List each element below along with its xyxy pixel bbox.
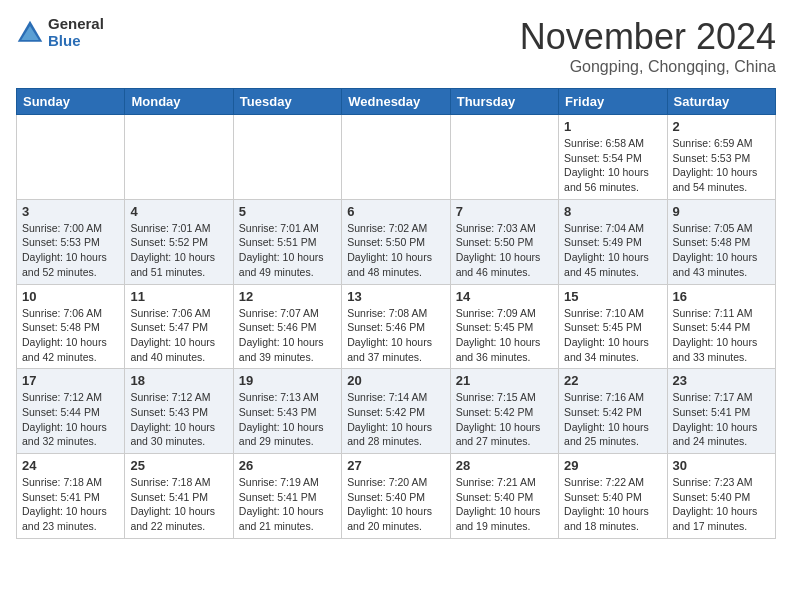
table-row: 1Sunrise: 6:58 AMSunset: 5:54 PMDaylight…: [559, 115, 667, 200]
day-number: 27: [347, 458, 444, 473]
day-info: Sunrise: 7:09 AMSunset: 5:45 PMDaylight:…: [456, 306, 553, 365]
day-number: 6: [347, 204, 444, 219]
day-number: 13: [347, 289, 444, 304]
day-info: Sunrise: 7:02 AMSunset: 5:50 PMDaylight:…: [347, 221, 444, 280]
table-row: 16Sunrise: 7:11 AMSunset: 5:44 PMDayligh…: [667, 284, 775, 369]
table-row: 25Sunrise: 7:18 AMSunset: 5:41 PMDayligh…: [125, 454, 233, 539]
day-info: Sunrise: 7:20 AMSunset: 5:40 PMDaylight:…: [347, 475, 444, 534]
day-info: Sunrise: 7:11 AMSunset: 5:44 PMDaylight:…: [673, 306, 770, 365]
table-row: 27Sunrise: 7:20 AMSunset: 5:40 PMDayligh…: [342, 454, 450, 539]
logo-blue-text: Blue: [48, 33, 104, 50]
table-row: 24Sunrise: 7:18 AMSunset: 5:41 PMDayligh…: [17, 454, 125, 539]
day-info: Sunrise: 7:08 AMSunset: 5:46 PMDaylight:…: [347, 306, 444, 365]
table-row: 26Sunrise: 7:19 AMSunset: 5:41 PMDayligh…: [233, 454, 341, 539]
table-row: 21Sunrise: 7:15 AMSunset: 5:42 PMDayligh…: [450, 369, 558, 454]
month-title: November 2024: [520, 16, 776, 58]
table-row: 5Sunrise: 7:01 AMSunset: 5:51 PMDaylight…: [233, 199, 341, 284]
day-number: 7: [456, 204, 553, 219]
day-number: 3: [22, 204, 119, 219]
day-info: Sunrise: 7:19 AMSunset: 5:41 PMDaylight:…: [239, 475, 336, 534]
day-number: 20: [347, 373, 444, 388]
day-number: 2: [673, 119, 770, 134]
day-number: 5: [239, 204, 336, 219]
table-row: 20Sunrise: 7:14 AMSunset: 5:42 PMDayligh…: [342, 369, 450, 454]
col-tuesday: Tuesday: [233, 89, 341, 115]
day-info: Sunrise: 7:06 AMSunset: 5:48 PMDaylight:…: [22, 306, 119, 365]
table-row: 15Sunrise: 7:10 AMSunset: 5:45 PMDayligh…: [559, 284, 667, 369]
logo-general-text: General: [48, 16, 104, 33]
day-info: Sunrise: 7:12 AMSunset: 5:44 PMDaylight:…: [22, 390, 119, 449]
table-row: [450, 115, 558, 200]
table-row: 11Sunrise: 7:06 AMSunset: 5:47 PMDayligh…: [125, 284, 233, 369]
day-info: Sunrise: 7:22 AMSunset: 5:40 PMDaylight:…: [564, 475, 661, 534]
col-friday: Friday: [559, 89, 667, 115]
day-number: 30: [673, 458, 770, 473]
day-number: 22: [564, 373, 661, 388]
day-number: 15: [564, 289, 661, 304]
calendar-header-row: Sunday Monday Tuesday Wednesday Thursday…: [17, 89, 776, 115]
table-row: 13Sunrise: 7:08 AMSunset: 5:46 PMDayligh…: [342, 284, 450, 369]
day-info: Sunrise: 7:14 AMSunset: 5:42 PMDaylight:…: [347, 390, 444, 449]
table-row: [233, 115, 341, 200]
day-info: Sunrise: 7:00 AMSunset: 5:53 PMDaylight:…: [22, 221, 119, 280]
day-number: 1: [564, 119, 661, 134]
day-info: Sunrise: 7:01 AMSunset: 5:51 PMDaylight:…: [239, 221, 336, 280]
col-monday: Monday: [125, 89, 233, 115]
day-number: 14: [456, 289, 553, 304]
day-info: Sunrise: 7:18 AMSunset: 5:41 PMDaylight:…: [22, 475, 119, 534]
day-info: Sunrise: 7:13 AMSunset: 5:43 PMDaylight:…: [239, 390, 336, 449]
day-number: 28: [456, 458, 553, 473]
day-number: 26: [239, 458, 336, 473]
day-number: 24: [22, 458, 119, 473]
table-row: 30Sunrise: 7:23 AMSunset: 5:40 PMDayligh…: [667, 454, 775, 539]
table-row: [17, 115, 125, 200]
day-number: 21: [456, 373, 553, 388]
table-row: 19Sunrise: 7:13 AMSunset: 5:43 PMDayligh…: [233, 369, 341, 454]
day-number: 17: [22, 373, 119, 388]
page-header: General Blue November 2024 Gongping, Cho…: [16, 16, 776, 76]
table-row: 23Sunrise: 7:17 AMSunset: 5:41 PMDayligh…: [667, 369, 775, 454]
calendar-table: Sunday Monday Tuesday Wednesday Thursday…: [16, 88, 776, 539]
logo: General Blue: [16, 16, 104, 49]
logo-text: General Blue: [48, 16, 104, 49]
table-row: 8Sunrise: 7:04 AMSunset: 5:49 PMDaylight…: [559, 199, 667, 284]
day-info: Sunrise: 7:05 AMSunset: 5:48 PMDaylight:…: [673, 221, 770, 280]
day-number: 11: [130, 289, 227, 304]
day-info: Sunrise: 7:17 AMSunset: 5:41 PMDaylight:…: [673, 390, 770, 449]
table-row: 12Sunrise: 7:07 AMSunset: 5:46 PMDayligh…: [233, 284, 341, 369]
day-number: 29: [564, 458, 661, 473]
day-number: 23: [673, 373, 770, 388]
table-row: 18Sunrise: 7:12 AMSunset: 5:43 PMDayligh…: [125, 369, 233, 454]
title-block: November 2024 Gongping, Chongqing, China: [520, 16, 776, 76]
day-info: Sunrise: 7:01 AMSunset: 5:52 PMDaylight:…: [130, 221, 227, 280]
day-number: 16: [673, 289, 770, 304]
col-sunday: Sunday: [17, 89, 125, 115]
location-text: Gongping, Chongqing, China: [520, 58, 776, 76]
table-row: 29Sunrise: 7:22 AMSunset: 5:40 PMDayligh…: [559, 454, 667, 539]
col-thursday: Thursday: [450, 89, 558, 115]
day-info: Sunrise: 7:03 AMSunset: 5:50 PMDaylight:…: [456, 221, 553, 280]
day-number: 10: [22, 289, 119, 304]
table-row: 2Sunrise: 6:59 AMSunset: 5:53 PMDaylight…: [667, 115, 775, 200]
table-row: 22Sunrise: 7:16 AMSunset: 5:42 PMDayligh…: [559, 369, 667, 454]
table-row: 7Sunrise: 7:03 AMSunset: 5:50 PMDaylight…: [450, 199, 558, 284]
day-number: 25: [130, 458, 227, 473]
day-number: 4: [130, 204, 227, 219]
day-info: Sunrise: 7:04 AMSunset: 5:49 PMDaylight:…: [564, 221, 661, 280]
table-row: [125, 115, 233, 200]
logo-icon: [16, 19, 44, 47]
table-row: 10Sunrise: 7:06 AMSunset: 5:48 PMDayligh…: [17, 284, 125, 369]
table-row: 14Sunrise: 7:09 AMSunset: 5:45 PMDayligh…: [450, 284, 558, 369]
day-info: Sunrise: 7:18 AMSunset: 5:41 PMDaylight:…: [130, 475, 227, 534]
table-row: 17Sunrise: 7:12 AMSunset: 5:44 PMDayligh…: [17, 369, 125, 454]
col-wednesday: Wednesday: [342, 89, 450, 115]
col-saturday: Saturday: [667, 89, 775, 115]
day-info: Sunrise: 6:59 AMSunset: 5:53 PMDaylight:…: [673, 136, 770, 195]
day-info: Sunrise: 7:21 AMSunset: 5:40 PMDaylight:…: [456, 475, 553, 534]
day-number: 19: [239, 373, 336, 388]
day-info: Sunrise: 7:07 AMSunset: 5:46 PMDaylight:…: [239, 306, 336, 365]
day-number: 12: [239, 289, 336, 304]
day-number: 18: [130, 373, 227, 388]
day-info: Sunrise: 7:23 AMSunset: 5:40 PMDaylight:…: [673, 475, 770, 534]
day-info: Sunrise: 6:58 AMSunset: 5:54 PMDaylight:…: [564, 136, 661, 195]
